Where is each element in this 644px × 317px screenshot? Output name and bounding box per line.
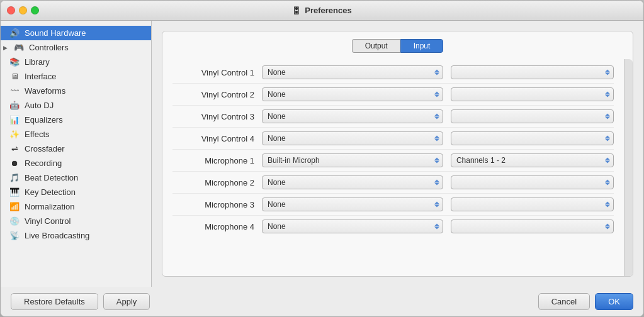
sidebar-item-effects[interactable]: ✨Effects <box>1 127 151 142</box>
select-channel-wrapper-5 <box>451 175 614 189</box>
select-channel-0[interactable] <box>451 65 614 79</box>
live-broadcasting-icon: 📡 <box>9 231 20 240</box>
select-channel-1[interactable] <box>451 87 614 101</box>
table-row: Microphone 3None <box>172 194 614 216</box>
crossfader-icon: ⇌ <box>9 144 20 153</box>
select-device-5[interactable]: None <box>262 175 443 189</box>
sidebar-item-library[interactable]: 📚Library <box>1 55 151 69</box>
sidebar-label-live-broadcasting: Live Broadcasting <box>25 231 89 240</box>
sidebar-label-crossfader: Crossfader <box>25 144 65 153</box>
select-channel-2[interactable] <box>451 109 614 123</box>
select-device-7[interactable]: None <box>262 220 443 233</box>
table-row: Microphone 1Built-in MicrophChannels 1 -… <box>172 150 614 172</box>
sidebar-item-crossfader[interactable]: ⇌Crossfader <box>1 142 151 156</box>
sidebar-item-recording[interactable]: ⏺Recording <box>1 156 151 170</box>
select-channel-wrapper-3 <box>451 131 614 145</box>
interface-icon: 🖥 <box>9 72 20 81</box>
table-row: Vinyl Control 3None <box>172 106 614 128</box>
waveforms-icon: 〰 <box>9 86 20 96</box>
select-channel-3[interactable] <box>451 131 614 145</box>
select-device-4[interactable]: Built-in Microph <box>262 153 443 167</box>
table-row: Vinyl Control 4None <box>172 128 614 150</box>
sidebar-item-live-broadcasting[interactable]: 📡Live Broadcasting <box>1 228 151 243</box>
table-row: Microphone 2None <box>172 172 614 194</box>
row-label-0: Vinyl Control 1 <box>172 68 254 77</box>
sidebar-item-vinyl-control[interactable]: 💿Vinyl Control <box>1 214 151 228</box>
scrollbar[interactable] <box>624 59 633 276</box>
recording-icon: ⏺ <box>9 158 20 168</box>
key-detection-icon: 🎹 <box>9 187 20 197</box>
sidebar-item-auto-dj[interactable]: 🤖Auto DJ <box>1 98 151 113</box>
select-device-wrapper-5: None <box>262 175 443 189</box>
select-device-6[interactable]: None <box>262 197 443 211</box>
bottom-bar: Restore Defaults Apply Cancel OK <box>1 287 643 316</box>
auto-dj-icon: 🤖 <box>9 101 20 110</box>
sidebar: 🔊Sound Hardware▶🎮Controllers📚Library🖥Int… <box>1 21 152 287</box>
sidebar-label-waveforms: Waveforms <box>25 86 65 96</box>
select-channel-wrapper-1 <box>451 87 614 101</box>
row-label-6: Microphone 3 <box>172 200 254 209</box>
sidebar-item-normalization[interactable]: 📶Normalization <box>1 199 151 214</box>
sidebar-item-interface[interactable]: 🖥Interface <box>1 69 151 84</box>
sidebar-label-library: Library <box>25 57 50 67</box>
minimize-button[interactable] <box>19 6 27 14</box>
table-row: Microphone 4None <box>172 216 614 237</box>
select-channel-wrapper-6 <box>451 197 614 211</box>
select-device-wrapper-6: None <box>262 197 443 211</box>
main-panel: OutputInput Vinyl Control 1NoneVinyl Con… <box>152 21 643 287</box>
table-area: Vinyl Control 1NoneVinyl Control 2NoneVi… <box>162 59 624 276</box>
content-area: 🔊Sound Hardware▶🎮Controllers📚Library🖥Int… <box>1 21 643 287</box>
row-label-2: Vinyl Control 3 <box>172 112 254 121</box>
select-device-wrapper-3: None <box>262 131 443 145</box>
table-row: Vinyl Control 1None <box>172 62 614 84</box>
select-device-1[interactable]: None <box>262 87 443 101</box>
sidebar-item-equalizers[interactable]: 📊Equalizers <box>1 113 151 127</box>
select-device-wrapper-0: None <box>262 65 443 79</box>
close-button[interactable] <box>7 6 15 14</box>
sidebar-label-sound-hardware: Sound Hardware <box>25 28 86 38</box>
title-text: Preferences <box>305 6 351 15</box>
sidebar-label-beat-detection: Beat Detection <box>25 173 78 182</box>
select-device-wrapper-2: None <box>262 109 443 123</box>
restore-defaults-button[interactable]: Restore Defaults <box>11 293 98 310</box>
sidebar-label-vinyl-control: Vinyl Control <box>25 216 71 226</box>
sidebar-label-auto-dj: Auto DJ <box>25 101 54 110</box>
sidebar-label-interface: Interface <box>25 72 57 81</box>
tab-bar: OutputInput <box>162 31 633 59</box>
select-channel-wrapper-2 <box>451 109 614 123</box>
select-channel-4[interactable]: Channels 1 - 2 <box>451 153 614 167</box>
window-title: 🎛 Preferences <box>292 6 351 16</box>
select-device-0[interactable]: None <box>262 65 443 79</box>
traffic-lights <box>7 6 39 14</box>
sidebar-item-waveforms[interactable]: 〰Waveforms <box>1 84 151 98</box>
select-device-3[interactable]: None <box>262 131 443 145</box>
normalization-icon: 📶 <box>9 202 20 211</box>
sidebar-item-beat-detection[interactable]: 🎵Beat Detection <box>1 170 151 185</box>
select-channel-5[interactable] <box>451 175 614 189</box>
sidebar-item-controllers[interactable]: ▶🎮Controllers <box>1 40 151 55</box>
panel-card: OutputInput Vinyl Control 1NoneVinyl Con… <box>162 31 633 277</box>
select-channel-6[interactable] <box>451 197 614 211</box>
row-label-3: Vinyl Control 4 <box>172 134 254 143</box>
tab-input[interactable]: Input <box>400 39 444 53</box>
select-channel-wrapper-7 <box>451 220 614 233</box>
expand-arrow-icon: ▶ <box>3 45 8 51</box>
sidebar-label-equalizers: Equalizers <box>25 115 63 125</box>
maximize-button[interactable] <box>31 6 39 14</box>
table-row: Vinyl Control 2None <box>172 84 614 106</box>
select-device-wrapper-1: None <box>262 87 443 101</box>
sidebar-item-key-detection[interactable]: 🎹Key Detection <box>1 185 151 199</box>
sidebar-item-sound-hardware[interactable]: 🔊Sound Hardware <box>1 26 151 40</box>
apply-button[interactable]: Apply <box>103 293 150 310</box>
select-device-2[interactable]: None <box>262 109 443 123</box>
bottom-left-buttons: Restore Defaults Apply <box>11 293 150 310</box>
select-channel-7[interactable] <box>451 220 614 233</box>
ok-button[interactable]: OK <box>595 293 633 310</box>
cancel-button[interactable]: Cancel <box>538 293 590 310</box>
sound-hardware-icon: 🔊 <box>9 28 20 38</box>
select-channel-wrapper-4: Channels 1 - 2 <box>451 153 614 167</box>
sidebar-label-normalization: Normalization <box>25 202 74 211</box>
tab-output[interactable]: Output <box>352 39 400 53</box>
bottom-right-buttons: Cancel OK <box>538 293 633 310</box>
equalizers-icon: 📊 <box>9 115 20 125</box>
